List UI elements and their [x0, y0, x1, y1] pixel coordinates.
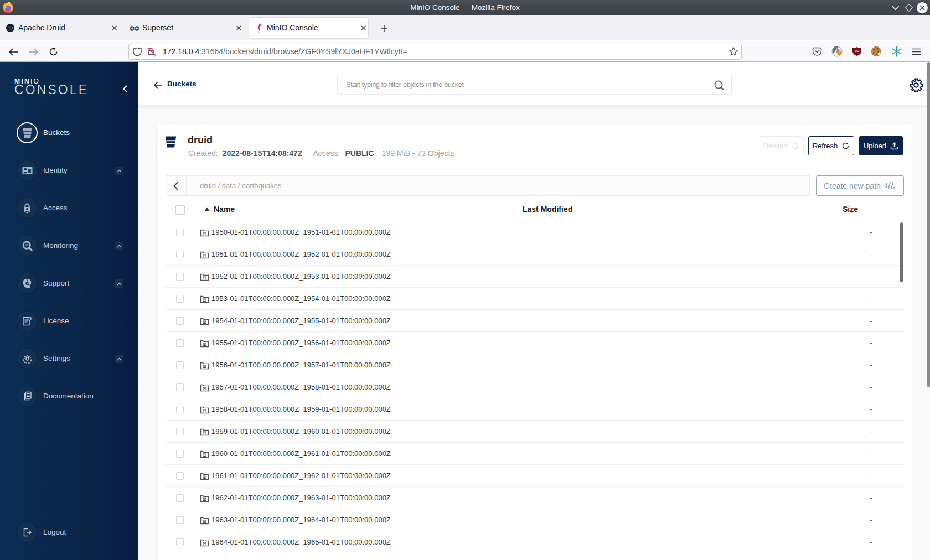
svg-text:uO: uO: [855, 49, 860, 53]
